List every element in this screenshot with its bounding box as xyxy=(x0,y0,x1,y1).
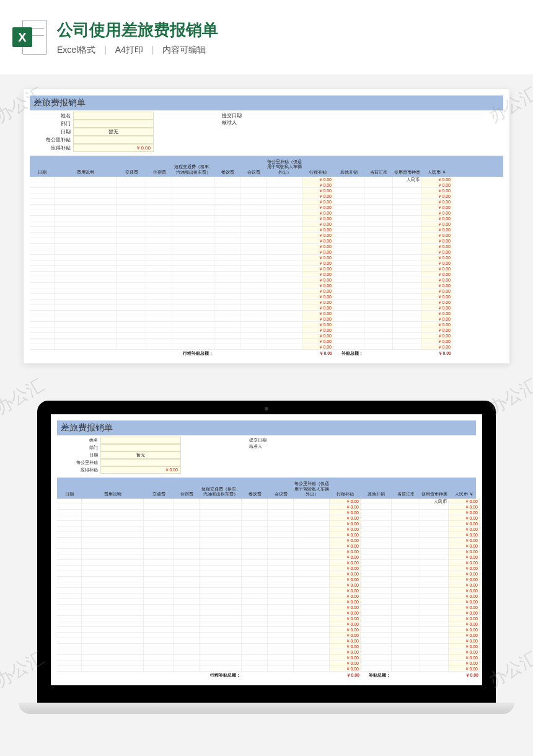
table-cell[interactable] xyxy=(361,660,392,666)
table-cell[interactable]: ￥0.00 xyxy=(330,566,361,571)
table-cell[interactable] xyxy=(242,532,268,538)
table-cell[interactable] xyxy=(172,205,214,210)
table-cell[interactable] xyxy=(393,333,421,339)
table-cell[interactable]: ￥0.00 xyxy=(449,627,480,633)
table-cell[interactable] xyxy=(294,633,330,638)
table-cell[interactable] xyxy=(82,566,144,571)
table-cell[interactable] xyxy=(214,311,240,316)
table-cell[interactable] xyxy=(333,177,364,182)
table-cell[interactable] xyxy=(364,255,393,260)
table-cell[interactable] xyxy=(117,182,146,188)
table-cell[interactable] xyxy=(57,594,82,599)
table-cell[interactable] xyxy=(294,594,330,599)
table-cell[interactable] xyxy=(172,272,214,277)
table-cell[interactable] xyxy=(361,638,392,644)
table-cell[interactable]: ￥0.00 xyxy=(421,339,452,344)
table-cell[interactable] xyxy=(392,666,420,672)
table-cell[interactable] xyxy=(420,538,449,543)
table-cell[interactable] xyxy=(146,233,172,238)
table-cell[interactable] xyxy=(82,616,144,621)
table-cell[interactable] xyxy=(146,277,172,283)
table-cell[interactable] xyxy=(117,221,146,227)
table-cell[interactable] xyxy=(55,199,117,205)
table-cell[interactable] xyxy=(294,532,330,538)
table-cell[interactable] xyxy=(420,633,449,638)
table-cell[interactable] xyxy=(144,504,174,510)
table-cell[interactable] xyxy=(55,294,117,300)
table-cell[interactable] xyxy=(364,294,393,300)
table-cell[interactable] xyxy=(393,244,421,249)
table-cell[interactable] xyxy=(240,272,266,277)
table-cell[interactable] xyxy=(30,221,55,227)
table-cell[interactable] xyxy=(393,272,421,277)
table-cell[interactable] xyxy=(144,532,174,538)
table-cell[interactable]: ￥0.00 xyxy=(330,638,361,644)
table-cell[interactable] xyxy=(146,193,172,199)
table-cell[interactable] xyxy=(393,305,421,311)
table-cell[interactable]: ￥0.00 xyxy=(449,527,480,532)
table-cell[interactable] xyxy=(364,266,393,272)
table-cell[interactable] xyxy=(57,655,82,660)
table-cell[interactable]: ￥0.00 xyxy=(421,311,452,316)
table-cell[interactable] xyxy=(268,649,294,655)
table-cell[interactable] xyxy=(200,499,242,504)
table-cell[interactable] xyxy=(82,660,144,666)
table-cell[interactable] xyxy=(242,599,268,605)
table-cell[interactable] xyxy=(268,638,294,644)
table-cell[interactable] xyxy=(172,305,214,311)
table-cell[interactable]: ￥0.00 xyxy=(330,532,361,538)
table-cell[interactable] xyxy=(333,272,364,277)
table-cell[interactable]: ￥0.00 xyxy=(302,238,333,244)
table-cell[interactable] xyxy=(393,327,421,333)
table-cell[interactable] xyxy=(242,515,268,521)
table-cell[interactable] xyxy=(117,199,146,205)
table-cell[interactable] xyxy=(364,238,393,244)
table-cell[interactable] xyxy=(172,300,214,305)
table-cell[interactable] xyxy=(294,510,330,515)
table-cell[interactable] xyxy=(242,594,268,599)
table-cell[interactable] xyxy=(55,188,117,193)
table-cell[interactable] xyxy=(393,221,421,227)
table-cell[interactable] xyxy=(144,666,174,672)
table-cell[interactable] xyxy=(240,266,266,272)
table-cell[interactable]: ￥0.00 xyxy=(449,554,480,560)
table-cell[interactable] xyxy=(268,538,294,543)
table-cell[interactable]: ￥0.00 xyxy=(330,510,361,515)
table-cell[interactable]: ￥0.00 xyxy=(302,210,333,216)
table-cell[interactable]: ￥0.00 xyxy=(449,599,480,605)
table-cell[interactable] xyxy=(200,594,242,599)
table-cell[interactable] xyxy=(294,666,330,672)
table-cell[interactable] xyxy=(82,499,144,504)
table-cell[interactable] xyxy=(393,322,421,327)
table-cell[interactable] xyxy=(294,515,330,521)
table-cell[interactable] xyxy=(393,300,421,305)
table-cell[interactable] xyxy=(57,521,82,527)
table-cell[interactable]: ￥0.00 xyxy=(302,177,333,182)
table-cell[interactable] xyxy=(420,582,449,588)
table-cell[interactable] xyxy=(82,504,144,510)
table-cell[interactable] xyxy=(266,333,302,339)
table-cell[interactable] xyxy=(57,633,82,638)
table-cell[interactable] xyxy=(55,177,117,182)
table-cell[interactable] xyxy=(200,616,242,621)
table-cell[interactable] xyxy=(392,521,420,527)
table-cell[interactable]: ￥0.00 xyxy=(302,333,333,339)
table-cell[interactable] xyxy=(146,249,172,255)
table-cell[interactable]: ￥0.00 xyxy=(330,610,361,616)
table-cell[interactable] xyxy=(174,521,200,527)
table-cell[interactable] xyxy=(240,227,266,233)
table-cell[interactable] xyxy=(172,316,214,322)
table-cell[interactable] xyxy=(174,571,200,577)
table-cell[interactable]: ￥0.00 xyxy=(421,238,452,244)
table-cell[interactable] xyxy=(117,210,146,216)
table-cell[interactable] xyxy=(361,588,392,594)
table-cell[interactable]: ￥0.00 xyxy=(330,571,361,577)
table-cell[interactable] xyxy=(55,339,117,344)
table-cell[interactable] xyxy=(333,300,364,305)
table-cell[interactable] xyxy=(266,233,302,238)
table-cell[interactable] xyxy=(30,233,55,238)
table-cell[interactable] xyxy=(214,177,240,182)
table-cell[interactable]: ￥0.00 xyxy=(449,616,480,621)
table-cell[interactable] xyxy=(55,311,117,316)
table-cell[interactable] xyxy=(242,554,268,560)
